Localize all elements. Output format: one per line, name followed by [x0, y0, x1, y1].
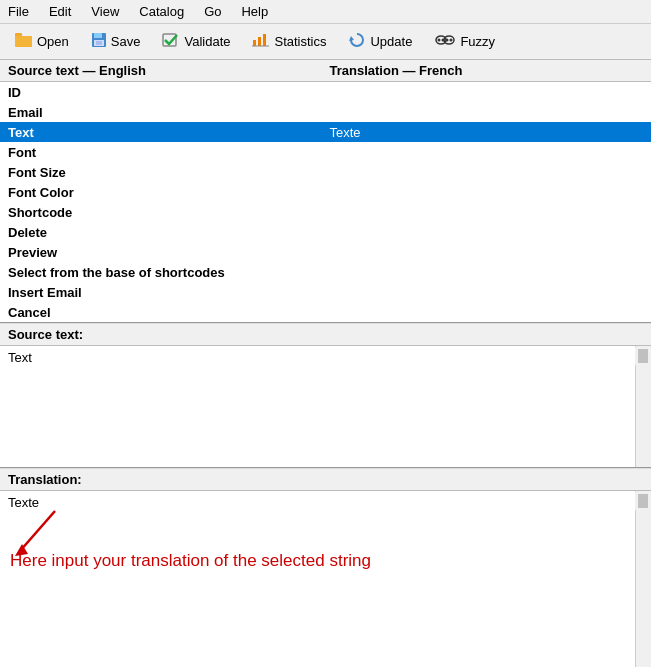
statistics-label: Statistics — [274, 34, 326, 49]
source-content: Text — [0, 346, 651, 467]
fuzzy-icon — [434, 32, 456, 51]
source-text: Text — [8, 350, 32, 365]
cell-source: Insert Email — [8, 285, 322, 300]
table-row[interactable]: Font — [0, 142, 651, 162]
menu-edit[interactable]: Edit — [45, 2, 75, 21]
update-icon — [348, 32, 366, 51]
table-row[interactable]: Shortcode — [0, 202, 651, 222]
fuzzy-label: Fuzzy — [460, 34, 495, 49]
table-row[interactable]: Preview — [0, 242, 651, 262]
toolbar: Open Save Validate — [0, 24, 651, 60]
cell-translation: Texte — [322, 125, 644, 140]
save-label: Save — [111, 34, 141, 49]
cell-source: Cancel — [8, 305, 322, 320]
source-label: Source text: — [0, 323, 651, 346]
annotation-text: Here input your translation of the selec… — [10, 551, 371, 571]
save-button[interactable]: Save — [82, 28, 150, 55]
svg-rect-10 — [263, 34, 266, 46]
cell-source: Email — [8, 105, 322, 120]
menu-help[interactable]: Help — [237, 2, 272, 21]
translation-table: Source text — English Translation — Fren… — [0, 60, 651, 323]
cell-source: Select from the base of shortcodes — [8, 265, 322, 280]
validate-button[interactable]: Validate — [153, 28, 239, 55]
table-row[interactable]: Cancel — [0, 302, 651, 322]
source-scrollbar-thumb — [635, 346, 651, 366]
menu-bar: File Edit View Catalog Go Help — [0, 0, 651, 24]
table-row[interactable]: TextTexte — [0, 122, 651, 142]
update-label: Update — [370, 34, 412, 49]
translation-section: Translation: Texte Here input your trans… — [0, 468, 651, 667]
cell-source: Font — [8, 145, 322, 160]
cell-source: Text — [8, 125, 322, 140]
source-section: Source text: Text — [0, 323, 651, 468]
table-row[interactable]: Select from the base of shortcodes — [0, 262, 651, 282]
cell-source: Preview — [8, 245, 322, 260]
validate-icon — [162, 32, 180, 51]
menu-catalog[interactable]: Catalog — [135, 2, 188, 21]
validate-label: Validate — [184, 34, 230, 49]
svg-rect-2 — [15, 36, 32, 47]
svg-point-14 — [438, 39, 441, 42]
svg-point-18 — [450, 39, 453, 42]
save-icon — [91, 32, 107, 51]
menu-go[interactable]: Go — [200, 2, 225, 21]
table-scroll[interactable]: IDEmailTextTexteFontFont SizeFont ColorS… — [0, 82, 651, 322]
folder-icon — [15, 32, 33, 51]
translation-content[interactable]: Texte Here input your translation of the… — [0, 491, 651, 667]
update-button[interactable]: Update — [339, 28, 421, 55]
table-row[interactable]: ID — [0, 82, 651, 102]
cell-source: Font Size — [8, 165, 322, 180]
svg-rect-6 — [96, 41, 102, 45]
cell-source: Font Color — [8, 185, 322, 200]
fuzzy-button[interactable]: Fuzzy — [425, 28, 504, 55]
table-row[interactable]: Font Size — [0, 162, 651, 182]
menu-file[interactable]: File — [4, 2, 33, 21]
translation-scrollbar[interactable] — [635, 491, 651, 667]
open-label: Open — [37, 34, 69, 49]
source-scrollbar[interactable] — [635, 346, 651, 467]
header-translation: Translation — French — [322, 63, 644, 78]
table-row[interactable]: Font Color — [0, 182, 651, 202]
cell-source: ID — [8, 85, 322, 100]
menu-view[interactable]: View — [87, 2, 123, 21]
cell-source: Delete — [8, 225, 322, 240]
table-header: Source text — English Translation — Fren… — [0, 60, 651, 82]
svg-rect-8 — [253, 40, 256, 46]
translation-label: Translation: — [0, 468, 651, 491]
svg-marker-12 — [349, 36, 354, 41]
svg-rect-4 — [94, 33, 102, 38]
open-button[interactable]: Open — [6, 28, 78, 55]
statistics-icon — [252, 32, 270, 51]
svg-point-17 — [446, 39, 449, 42]
svg-rect-9 — [258, 37, 261, 46]
statistics-button[interactable]: Statistics — [243, 28, 335, 55]
table-row[interactable]: Email — [0, 102, 651, 122]
table-row[interactable]: Delete — [0, 222, 651, 242]
header-source: Source text — English — [8, 63, 322, 78]
cell-source: Shortcode — [8, 205, 322, 220]
svg-line-19 — [20, 511, 55, 551]
translation-scrollbar-thumb — [635, 491, 651, 511]
table-row[interactable]: Insert Email — [0, 282, 651, 302]
